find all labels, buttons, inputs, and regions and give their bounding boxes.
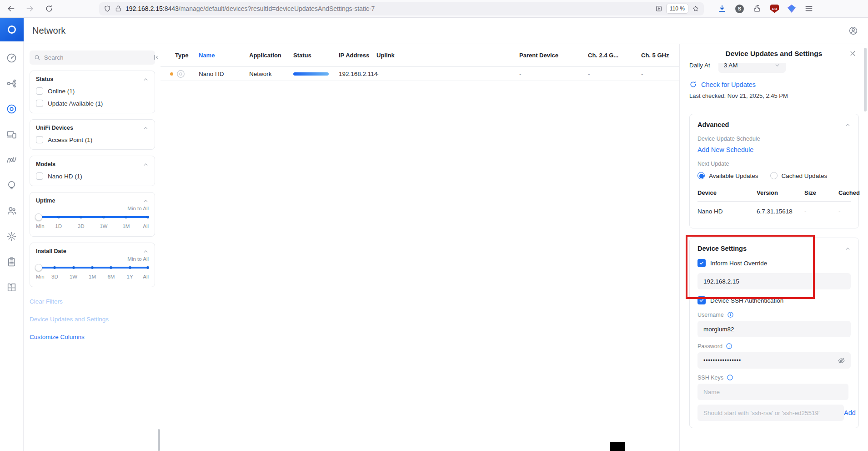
- filter-nano-hd[interactable]: Nano HD (1): [36, 172, 149, 180]
- settings-gear-icon[interactable]: [6, 231, 17, 242]
- filter-models-title: Models: [36, 161, 55, 167]
- check-for-updates-button[interactable]: Check for Updates: [689, 81, 859, 88]
- device-ssh-auth-row[interactable]: Device SSH Authentication: [697, 296, 851, 304]
- col-status[interactable]: Status: [293, 52, 339, 59]
- install-date-slider-handle[interactable]: [35, 264, 42, 271]
- install-date-slider[interactable]: [36, 264, 149, 271]
- zoom-level-chip[interactable]: 110 %: [666, 4, 688, 14]
- dashboard-icon[interactable]: [6, 52, 17, 64]
- info-icon[interactable]: [727, 374, 733, 381]
- checkbox-checked[interactable]: [697, 296, 706, 304]
- uptime-slider-handle[interactable]: [35, 213, 42, 221]
- forward-icon[interactable]: [25, 4, 35, 13]
- updates-cell-cached: -: [838, 208, 851, 215]
- radio-available-updates[interactable]: Available Updates: [697, 172, 758, 179]
- username-input[interactable]: [697, 321, 851, 337]
- updates-table: Device Version Size Cached Nano HD 6.7.3…: [697, 189, 851, 221]
- add-new-schedule-link[interactable]: Add New Schedule: [697, 146, 851, 153]
- password-input[interactable]: [697, 352, 851, 369]
- cell-parent: -: [519, 71, 588, 77]
- col-parent-device[interactable]: Parent Device: [519, 52, 588, 59]
- chevron-up-icon[interactable]: [845, 122, 851, 128]
- checkbox-checked[interactable]: [697, 259, 706, 267]
- panel-body: Daily At 3 AM Check for Updates Last che…: [680, 63, 868, 451]
- radios-waves-icon[interactable]: [6, 154, 17, 166]
- floorplan-icon[interactable]: [6, 282, 17, 293]
- col-type[interactable]: Type: [175, 52, 199, 59]
- account-icon[interactable]: [848, 26, 858, 35]
- insights-bulb-icon[interactable]: [6, 180, 17, 191]
- chevron-up-icon[interactable]: [143, 76, 149, 82]
- filter-update-available[interactable]: Update Available (1): [36, 100, 149, 107]
- admins-users-icon[interactable]: [6, 205, 17, 217]
- menu-hamburger-icon[interactable]: [804, 4, 813, 13]
- filter-scrollbar[interactable]: [158, 429, 160, 451]
- updates-cell-size: -: [804, 208, 838, 215]
- inform-host-override-row[interactable]: Inform Host Override: [697, 259, 851, 267]
- address-bar[interactable]: 192.168.2.15:8443/manage/default/devices…: [99, 2, 704, 15]
- gem-extension-icon[interactable]: [788, 5, 796, 13]
- checkbox-unchecked[interactable]: [36, 100, 43, 107]
- col-uplink[interactable]: Uplink: [376, 52, 519, 59]
- customize-columns-link[interactable]: Customize Columns: [30, 334, 155, 340]
- chevron-up-icon[interactable]: [143, 198, 149, 204]
- col-application[interactable]: Application: [249, 52, 293, 59]
- close-icon[interactable]: [849, 50, 856, 57]
- unifi-logo[interactable]: [0, 18, 24, 41]
- table-row[interactable]: Nano HD Network 192.168.2.114 - - - -: [161, 67, 679, 81]
- device-updates-settings-link[interactable]: Device Updates and Settings: [30, 316, 155, 323]
- radio-cached-updates[interactable]: Cached Updates: [770, 172, 828, 179]
- back-icon[interactable]: [6, 4, 15, 13]
- username-field: [697, 321, 851, 337]
- clients-icon[interactable]: [6, 129, 17, 140]
- info-icon[interactable]: [727, 311, 734, 318]
- checkbox-unchecked[interactable]: [36, 87, 43, 95]
- extension-s-badge[interactable]: S: [735, 5, 744, 13]
- inform-host-input[interactable]: [697, 273, 851, 289]
- topology-icon[interactable]: [6, 78, 17, 89]
- extension-puzzle-icon[interactable]: [753, 4, 762, 13]
- checkbox-unchecked[interactable]: [36, 172, 43, 180]
- add-ssh-key-button[interactable]: Add: [844, 409, 856, 416]
- cell-name[interactable]: Nano HD: [199, 71, 249, 77]
- checkbox-unchecked[interactable]: [36, 136, 43, 143]
- chevron-up-icon[interactable]: [143, 162, 149, 167]
- daily-at-select[interactable]: 3 AM: [718, 63, 786, 73]
- refresh-icon[interactable]: [45, 4, 54, 13]
- cell-ch24: -: [588, 71, 641, 77]
- uptime-slider[interactable]: [36, 213, 149, 221]
- radio-unselected[interactable]: [770, 172, 778, 179]
- col-name[interactable]: Name: [199, 52, 249, 59]
- col-ch-5[interactable]: Ch. 5 GHz: [641, 52, 679, 59]
- panel-scrollbar[interactable]: [864, 48, 867, 111]
- chevron-down-icon: [774, 63, 780, 68]
- lock-icon[interactable]: [115, 5, 122, 12]
- password-label: Password: [697, 343, 722, 350]
- downloads-icon[interactable]: [717, 4, 727, 13]
- col-ch-24[interactable]: Ch. 2.4 G...: [588, 52, 641, 59]
- filter-online[interactable]: Online (1): [36, 87, 149, 95]
- search-box[interactable]: [30, 51, 155, 65]
- info-icon[interactable]: [726, 343, 733, 350]
- filter-access-point[interactable]: Access Point (1): [36, 136, 149, 143]
- chevron-up-icon[interactable]: [143, 125, 149, 131]
- ssh-key-name-input[interactable]: [697, 384, 848, 400]
- chevron-up-icon[interactable]: [143, 248, 149, 254]
- radio-selected[interactable]: [697, 172, 705, 179]
- updates-table-row: Nano HD 6.7.31.15618 - -: [697, 202, 851, 221]
- save-page-icon[interactable]: [655, 5, 662, 12]
- col-ip-address[interactable]: IP Address: [339, 52, 376, 59]
- tracking-shield-icon[interactable]: [104, 5, 111, 12]
- clear-filters-link[interactable]: Clear Filters: [30, 298, 155, 305]
- eye-off-icon[interactable]: [838, 357, 845, 365]
- ublock-shield-badge[interactable]: UD: [770, 5, 779, 13]
- filter-section-install-date: Install Date Min to All Min3D1W1M6M1YAll: [30, 243, 155, 287]
- next-update-label: Next Update: [697, 161, 851, 167]
- search-input[interactable]: [44, 54, 151, 61]
- chevron-up-icon[interactable]: [845, 246, 851, 252]
- collapse-panel-icon[interactable]: [152, 54, 160, 61]
- bookmark-star-icon[interactable]: [692, 5, 699, 12]
- devices-icon[interactable]: [6, 103, 17, 115]
- system-log-icon[interactable]: [6, 256, 17, 268]
- ssh-key-value-input[interactable]: [697, 405, 844, 421]
